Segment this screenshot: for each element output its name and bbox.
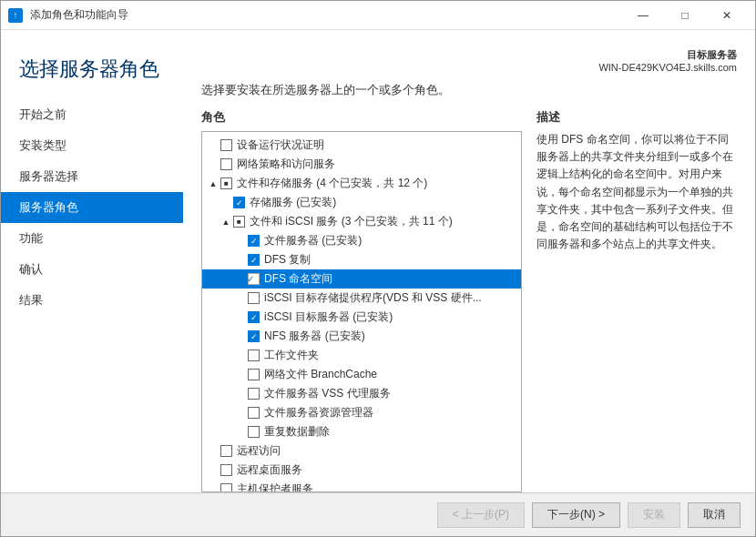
description-panel: 描述 使用 DFS 命名空间，你可以将位于不同服务器上的共享文件夹分组到一或多个… — [536, 109, 737, 492]
roles-column-label: 角色 — [201, 109, 522, 126]
maximize-button[interactable]: □ — [664, 1, 706, 30]
target-server-label: 目标服务器 — [687, 49, 737, 60]
role-item-remote-desktop[interactable]: 远程桌面服务 — [202, 461, 521, 480]
app-icon: ↑ — [8, 8, 23, 23]
role-item-resource-mgr[interactable]: 文件服务器资源管理器 — [202, 403, 521, 422]
expand-icon-network-policy — [208, 159, 219, 170]
role-item-branchcache[interactable]: 网络文件 BranchCache — [202, 365, 521, 384]
checkbox-network-policy[interactable] — [220, 158, 232, 170]
role-item-dfs-namespace[interactable]: ✓ DFS 命名空间 — [202, 269, 521, 289]
role-label-file-server: 文件服务器 (已安装) — [264, 233, 362, 248]
expand-icon-file-iscsi: ▲ — [220, 217, 231, 228]
checkbox-nfs-server[interactable] — [248, 330, 260, 342]
instruction-text: 选择要安装在所选服务器上的一个或多个角色。 — [201, 82, 737, 98]
expand-icon-iscsi-vds-vss — [235, 293, 246, 304]
role-item-file-iscsi[interactable]: ▲ 文件和 iSCSI 服务 (3 个已安装，共 11 个) — [202, 212, 521, 231]
nav-item-server-roles[interactable]: 服务器角色 — [1, 192, 183, 223]
back-button[interactable]: < 上一步(P) — [437, 502, 525, 528]
role-item-vss-proxy[interactable]: 文件服务器 VSS 代理服务 — [202, 384, 521, 403]
next-button[interactable]: 下一步(N) > — [532, 502, 620, 528]
role-item-remote-access[interactable]: 远程访问 — [202, 441, 521, 461]
role-item-iscsi-target[interactable]: iSCSI 目标服务器 (已安装) — [202, 308, 521, 327]
nav-item-result[interactable]: 结果 — [1, 285, 183, 316]
expand-icon-resource-mgr — [235, 408, 246, 419]
role-label-file-storage: 文件和存储服务 (4 个已安装，共 12 个) — [237, 176, 427, 191]
install-button[interactable]: 安装 — [628, 502, 680, 528]
checkbox-iscsi-target[interactable] — [248, 311, 260, 323]
role-item-work-folder[interactable]: 工作文件夹 — [202, 346, 521, 365]
main-panel: 目标服务器 WIN-DE429KVO4EJ.skills.com 选择要安装在所… — [183, 30, 755, 492]
expand-icon-host-guardian — [208, 484, 219, 493]
checkbox-dedup[interactable] — [248, 426, 260, 438]
role-label-nfs-server: NFS 服务器 (已安装) — [264, 329, 365, 344]
checkbox-vss-proxy[interactable] — [248, 388, 260, 400]
role-item-nfs-server[interactable]: NFS 服务器 (已安装) — [202, 327, 521, 346]
roles-list-container[interactable]: 设备运行状况证明 网络策略和访问服务 ▲ — [201, 131, 522, 492]
window: ↑ 添加角色和功能向导 — □ ✕ 选择服务器角色 开始之前 安装类型 服务器选… — [0, 0, 756, 537]
checkbox-host-guardian[interactable] — [220, 483, 232, 492]
expand-icon-device-health — [208, 140, 219, 151]
checkbox-device-health[interactable] — [220, 139, 232, 151]
checkbox-file-storage[interactable] — [220, 177, 232, 189]
role-item-host-guardian[interactable]: 主机保护者服务 — [202, 480, 521, 492]
checkbox-dfs-namespace[interactable]: ✓ — [248, 273, 260, 285]
description-text: 使用 DFS 命名空间，你可以将位于不同服务器上的共享文件夹分组到一或多个在逻辑… — [536, 131, 737, 253]
checkbox-resource-mgr[interactable] — [248, 407, 260, 419]
role-item-iscsi-vds-vss[interactable]: iSCSI 目标存储提供程序(VDS 和 VSS 硬件... — [202, 289, 521, 308]
checkbox-branchcache[interactable] — [248, 369, 260, 380]
role-item-dfs-copy[interactable]: DFS 复制 — [202, 250, 521, 269]
role-label-host-guardian: 主机保护者服务 — [237, 481, 313, 492]
expand-icon-vss-proxy — [235, 389, 246, 400]
nav-list: 开始之前 安装类型 服务器选择 服务器角色 功能 确认 结果 — [1, 99, 183, 316]
role-label-dfs-namespace: DFS 命名空间 — [264, 271, 332, 287]
expand-icon-file-storage: ▲ — [208, 178, 219, 189]
checkbox-dfs-copy[interactable] — [248, 254, 260, 266]
roles-panel: 角色 设备运行状况证明 — [201, 109, 522, 492]
nav-item-confirm[interactable]: 确认 — [1, 254, 183, 285]
expand-icon-work-folder — [235, 350, 246, 361]
left-panel: 选择服务器角色 开始之前 安装类型 服务器选择 服务器角色 功能 确认 结果 — [1, 30, 183, 492]
expand-icon-dedup — [235, 427, 246, 438]
role-label-branchcache: 网络文件 BranchCache — [264, 367, 377, 382]
role-label-remote-desktop: 远程桌面服务 — [237, 462, 302, 478]
checkbox-work-folder[interactable] — [248, 350, 260, 361]
nav-item-server-select[interactable]: 服务器选择 — [1, 161, 183, 192]
role-label-vss-proxy: 文件服务器 VSS 代理服务 — [264, 386, 391, 401]
minimize-button[interactable]: — — [622, 1, 664, 30]
role-item-network-policy[interactable]: 网络策略和访问服务 — [202, 155, 521, 174]
checkbox-file-server[interactable] — [248, 235, 260, 247]
nav-item-before-start[interactable]: 开始之前 — [1, 99, 183, 130]
checkbox-file-iscsi[interactable] — [233, 216, 245, 228]
checkbox-remote-access[interactable] — [220, 445, 232, 457]
role-item-device-health[interactable]: 设备运行状况证明 — [202, 136, 521, 155]
expand-icon-iscsi-target — [235, 312, 246, 323]
role-label-dfs-copy: DFS 复制 — [264, 252, 311, 268]
checkbox-iscsi-vds-vss[interactable] — [248, 292, 260, 304]
role-label-storage-services: 存储服务 (已安装) — [250, 195, 336, 210]
expand-icon-nfs-server — [235, 331, 246, 342]
nav-item-install-type[interactable]: 安装类型 — [1, 130, 183, 161]
expand-icon-storage-services — [220, 198, 231, 208]
expand-icon-file-server — [235, 236, 246, 247]
roles-list: 设备运行状况证明 网络策略和访问服务 ▲ — [202, 132, 521, 492]
role-item-file-storage[interactable]: ▲ 文件和存储服务 (4 个已安装，共 12 个) — [202, 174, 521, 193]
close-button[interactable]: ✕ — [706, 1, 748, 30]
role-label-iscsi-vds-vss: iSCSI 目标存储提供程序(VDS 和 VSS 硬件... — [264, 290, 482, 306]
nav-item-features[interactable]: 功能 — [1, 223, 183, 254]
expand-icon-dfs-copy — [235, 255, 246, 266]
titlebar: ↑ 添加角色和功能向导 — □ ✕ — [1, 1, 755, 30]
role-label-work-folder: 工作文件夹 — [264, 348, 319, 363]
target-server-value: WIN-DE429KVO4EJ.skills.com — [598, 62, 737, 73]
expand-icon-branchcache — [235, 370, 246, 380]
checkbox-storage-services[interactable] — [233, 197, 245, 208]
content-area: 选择服务器角色 开始之前 安装类型 服务器选择 服务器角色 功能 确认 结果 目… — [1, 30, 755, 492]
cancel-button[interactable]: 取消 — [688, 502, 741, 528]
page-title: 选择服务器角色 — [19, 57, 165, 81]
role-label-file-iscsi: 文件和 iSCSI 服务 (3 个已安装，共 11 个) — [250, 214, 453, 229]
expand-icon-remote-access — [208, 446, 219, 457]
role-item-dedup[interactable]: 重复数据删除 — [202, 422, 521, 441]
role-item-storage-services[interactable]: 存储服务 (已安装) — [202, 193, 521, 212]
page-title-area: 选择服务器角色 — [1, 48, 183, 99]
checkbox-remote-desktop[interactable] — [220, 464, 232, 476]
role-item-file-server[interactable]: 文件服务器 (已安装) — [202, 231, 521, 250]
